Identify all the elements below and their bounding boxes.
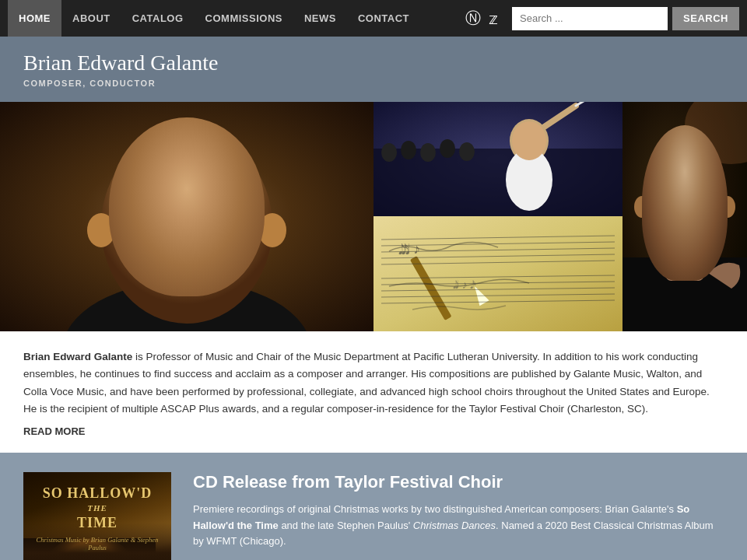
svg-point-7 (179, 240, 195, 259)
hero-sheet-music: 𝅘𝅥𝅮 𝅘𝅥𝅯 ♩ ♪ 𝅘𝅥𝅮 ♩ ♪ 𝅘𝅥𝅯 (374, 216, 622, 331)
hero-section: 𝅘𝅥𝅮 𝅘𝅥𝅯 ♩ ♪ 𝅘𝅥𝅮 ♩ ♪ 𝅘𝅥𝅯 (0, 102, 747, 331)
svg-point-9 (258, 213, 286, 247)
svg-point-38 (685, 102, 747, 164)
bio-text: Brian Edward Galante is Professor of Mus… (23, 348, 724, 418)
cd-title-so: SO HALLOW'D (43, 485, 153, 502)
svg-text:𝅘𝅥𝅮 𝅘𝅥𝅯 ♩ ♪: 𝅘𝅥𝅮 𝅘𝅥𝅯 ♩ ♪ (398, 241, 420, 257)
hero-conducting (374, 102, 622, 216)
svg-point-6 (209, 225, 227, 236)
svg-point-41 (642, 156, 728, 250)
bio-section: Brian Edward Galante is Professor of Mus… (0, 331, 747, 453)
bio-name: Brian Edward Galante (23, 351, 132, 362)
cd-desc-p2: and the late Stephen Paulus' (279, 520, 413, 531)
nav-links: HOME ABOUT CATALOG COMMISSIONS NEWS CONT… (8, 0, 451, 37)
svg-point-4 (124, 133, 249, 242)
social-links: Ⓝ 𝕫 (465, 8, 498, 29)
hero-center: 𝅘𝅥𝅮 𝅘𝅥𝅯 ♩ ♪ 𝅘𝅥𝅮 ♩ ♪ 𝅘𝅥𝅯 (374, 102, 622, 331)
svg-point-45 (664, 198, 678, 208)
cd-cover: SO HALLOW'D the TIME Christmas Music by … (23, 472, 171, 560)
facebook-icon[interactable]: Ⓝ (465, 8, 481, 29)
site-title: Brian Edward Galante (23, 51, 724, 75)
cd-release-title: CD Release from Taylor Festival Choir (193, 472, 724, 492)
svg-point-46 (692, 198, 706, 208)
nav-item-contact[interactable]: CONTACT (347, 0, 420, 37)
nav-item-news[interactable]: NEWS (293, 0, 347, 37)
cd-subtitle: Christmas Music by Brian Galante & Steph… (33, 536, 162, 551)
search-area: SEARCH (512, 7, 739, 30)
svg-point-13 (401, 141, 416, 159)
svg-point-44 (658, 231, 712, 250)
hero-portrait-2 (622, 102, 747, 331)
site-header: Brian Edward Galante COMPOSER, CONDUCTOR (0, 37, 747, 102)
main-nav: HOME ABOUT CATALOG COMMISSIONS NEWS CONT… (0, 0, 747, 37)
cd-content: CD Release from Taylor Festival Choir Pr… (193, 472, 724, 560)
read-more-link[interactable]: READ MORE (23, 424, 724, 440)
cd-section: SO HALLOW'D the TIME Christmas Music by … (0, 453, 747, 560)
cd-title-time: TIME (43, 514, 153, 532)
svg-rect-22 (374, 216, 622, 331)
cd-desc-p1: Premiere recordings of original Christma… (193, 503, 677, 515)
svg-point-8 (87, 213, 115, 247)
cd-title-the: the (43, 502, 153, 513)
svg-point-14 (420, 143, 436, 162)
svg-point-3 (101, 129, 272, 324)
cd-title: SO HALLOW'D the TIME (43, 485, 153, 532)
svg-point-42 (634, 196, 650, 218)
svg-rect-40 (665, 246, 704, 281)
site-subtitle: COMPOSER, CONDUCTOR (23, 79, 724, 88)
nav-item-commissions[interactable]: COMMISSIONS (195, 0, 293, 37)
svg-point-16 (459, 142, 475, 161)
svg-point-12 (381, 143, 397, 162)
svg-point-21 (512, 121, 546, 160)
cd-description: Premiere recordings of original Christma… (193, 502, 724, 550)
cd-desc-italic2: Christmas Dances (413, 520, 496, 531)
nav-item-about[interactable]: ABOUT (61, 0, 121, 37)
nav-item-home[interactable]: HOME (8, 0, 61, 37)
svg-point-43 (720, 196, 735, 218)
svg-point-5 (146, 225, 165, 236)
svg-point-15 (440, 139, 455, 158)
twitter-icon[interactable]: 𝕫 (489, 9, 498, 28)
nav-item-catalog[interactable]: CATALOG (121, 0, 195, 37)
search-input[interactable] (512, 7, 668, 30)
hero-portrait (0, 102, 374, 331)
search-button[interactable]: SEARCH (672, 7, 739, 30)
